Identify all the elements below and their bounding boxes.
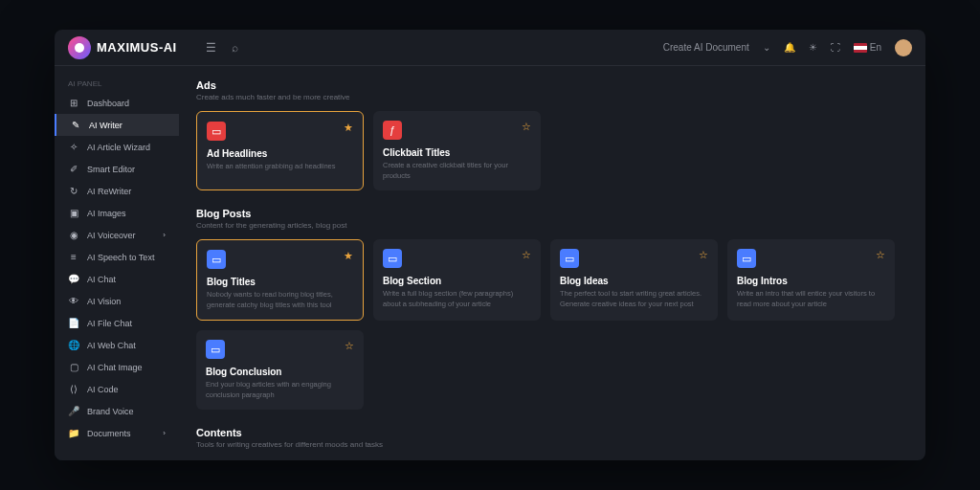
sidebar-item-documents[interactable]: 📁Documents›: [55, 422, 179, 444]
card-title: Blog Ideas: [560, 276, 708, 286]
section-title: Contents: [196, 427, 908, 438]
sidebar-item-ai-voiceover[interactable]: ◉AI Voiceover›: [55, 224, 179, 246]
card-blog-conclusion[interactable]: ▭ Blog Conclusion End your blog articles…: [196, 330, 364, 410]
sidebar-item-label: Smart Editor: [87, 165, 135, 174]
card-icon: ▭: [737, 249, 756, 268]
card-title: Blog Conclusion: [206, 367, 354, 377]
content: Ads Create ads much faster and be more c…: [179, 66, 925, 460]
sidebar-item-ai-images[interactable]: ▣AI Images: [55, 202, 179, 224]
card-icon: ▭: [207, 250, 226, 269]
card-icon: ▭: [206, 340, 225, 359]
menu-toggle-icon[interactable]: ☰: [206, 41, 216, 55]
header: MAXIMUS-AI ☰ ⌕ Create AI Document ⌄ 🔔 ☀ …: [55, 30, 925, 66]
chevron-down-icon[interactable]: ⌄: [763, 42, 770, 53]
flag-icon: [854, 43, 867, 53]
app-window: MAXIMUS-AI ☰ ⌕ Create AI Document ⌄ 🔔 ☀ …: [55, 30, 925, 460]
sidebar-item-label: AI Vision: [87, 297, 121, 306]
sidebar-item-ai-vision[interactable]: 👁AI Vision: [55, 290, 179, 312]
chevron-right-icon: ›: [163, 429, 166, 437]
sidebar-icon: ✧: [68, 142, 79, 152]
card-blog-intros[interactable]: ▭ Blog Intros Write an intro that will e…: [727, 239, 895, 321]
card-clickbait-titles[interactable]: ƒ Clickbait Titles Create a creative cli…: [373, 111, 541, 190]
sidebar-item-ai-article-wizard[interactable]: ✧AI Article Wizard: [55, 136, 179, 158]
card-blog-section[interactable]: ▭ Blog Section Write a full blog section…: [373, 239, 541, 321]
star-icon[interactable]: [522, 249, 531, 261]
header-right: Create AI Document ⌄ 🔔 ☀ ⛶ En: [663, 39, 912, 56]
sidebar-icon: ▢: [68, 362, 79, 372]
bell-icon[interactable]: 🔔: [784, 42, 795, 53]
sidebar-item-dashboard[interactable]: ⊞Dashboard: [55, 92, 179, 114]
sidebar-item-ai-chat[interactable]: 💬AI Chat: [55, 268, 179, 290]
logo[interactable]: MAXIMUS-AI: [68, 36, 177, 59]
fullscreen-icon[interactable]: ⛶: [831, 42, 840, 53]
sidebar-item-ai-code[interactable]: ⟨⟩AI Code: [55, 378, 179, 400]
avatar[interactable]: [895, 39, 912, 56]
sidebar-item-ai-chat-image[interactable]: ▢AI Chat Image: [55, 356, 179, 378]
card-title: Blog Intros: [737, 276, 885, 286]
section-ads: Ads Create ads much faster and be more c…: [196, 79, 908, 190]
card-icon: ƒ: [383, 121, 402, 140]
card-blog-ideas[interactable]: ▭ Blog Ideas The perfect tool to start w…: [550, 239, 718, 321]
card-desc: End your blog articles with an engaging …: [206, 380, 354, 400]
star-icon[interactable]: [345, 340, 354, 352]
body: AI Panel ⊞Dashboard✎AI Writer✧AI Article…: [55, 66, 925, 460]
card-desc: Create a creative clickbait titles for y…: [383, 161, 531, 181]
sidebar-icon: ✎: [70, 120, 81, 130]
card-ad-headlines[interactable]: ▭ Ad Headlines Write an attention grabbi…: [196, 111, 364, 190]
card-title: Clickbait Titles: [383, 147, 531, 158]
sidebar-item-ai-rewriter[interactable]: ↻AI ReWriter: [55, 180, 179, 202]
theme-icon[interactable]: ☀: [809, 42, 817, 53]
card-title: Ad Headlines: [207, 148, 353, 159]
star-icon[interactable]: [699, 249, 708, 261]
sidebar-item-label: AI Voiceover: [87, 231, 136, 240]
sidebar-section-label: AI Panel: [55, 76, 179, 92]
sidebar-item-smart-editor[interactable]: ✐Smart Editor: [55, 158, 179, 180]
sidebar-item-ai-speech-to-text[interactable]: ≡AI Speech to Text: [55, 246, 179, 268]
sidebar-icon: 🌐: [68, 340, 79, 350]
create-document-button[interactable]: Create AI Document: [663, 42, 749, 53]
sidebar-item-label: Documents: [87, 429, 131, 438]
cards-row: ▭ Ad Headlines Write an attention grabbi…: [196, 111, 908, 190]
section-title: Blog Posts: [196, 208, 908, 219]
logo-text: MAXIMUS-AI: [97, 40, 177, 55]
sidebar-icon: ▣: [68, 208, 79, 218]
sidebar-icon: 📁: [68, 428, 79, 438]
sidebar-item-label: AI Writer: [89, 121, 122, 130]
card-title: Blog Titles: [207, 277, 353, 287]
sidebar-item-label: AI Images: [87, 209, 126, 218]
section-desc: Tools for writing creatives for differen…: [196, 440, 908, 449]
sidebar-item-ai-writer[interactable]: ✎AI Writer: [55, 114, 179, 136]
sidebar-icon: ↻: [68, 186, 79, 196]
card-desc: Write a full blog section (few paragraph…: [383, 289, 531, 309]
card-icon: ▭: [383, 249, 402, 268]
card-desc: The perfect tool to start writing great …: [560, 289, 708, 309]
star-icon[interactable]: [876, 249, 885, 261]
cards-row: ▭ Blog Titles Nobody wants to read borin…: [196, 239, 908, 410]
sidebar-icon: 🎤: [68, 406, 79, 416]
sidebar-item-brand-voice[interactable]: 🎤Brand Voice: [55, 400, 179, 422]
sidebar-icon: ✐: [68, 164, 79, 174]
card-icon: ▭: [560, 249, 579, 268]
card-blog-titles[interactable]: ▭ Blog Titles Nobody wants to read borin…: [196, 239, 364, 321]
logo-icon: [68, 36, 91, 59]
language-label: En: [870, 42, 881, 53]
sidebar-icon: ◉: [68, 230, 79, 240]
language-selector[interactable]: En: [854, 42, 881, 53]
card-icon: ▭: [207, 122, 226, 141]
card-title: Blog Section: [383, 276, 531, 286]
sidebar: AI Panel ⊞Dashboard✎AI Writer✧AI Article…: [55, 66, 179, 460]
star-icon[interactable]: [344, 122, 353, 134]
sidebar-item-ai-web-chat[interactable]: 🌐AI Web Chat: [55, 334, 179, 356]
star-icon[interactable]: [522, 121, 531, 133]
sidebar-item-label: Dashboard: [87, 99, 129, 108]
search-icon[interactable]: ⌕: [232, 41, 238, 55]
sidebar-item-label: AI Web Chat: [87, 341, 136, 350]
star-icon[interactable]: [344, 250, 353, 262]
section-desc: Create ads much faster and be more creat…: [196, 93, 908, 101]
sidebar-icon: ⟨⟩: [68, 384, 79, 394]
sidebar-icon: 💬: [68, 274, 79, 284]
sidebar-item-label: AI Chat Image: [87, 363, 143, 372]
header-toolbar-left: ☰ ⌕: [206, 41, 238, 55]
sidebar-item-label: AI Code: [87, 385, 119, 394]
sidebar-item-ai-file-chat[interactable]: 📄AI File Chat: [55, 312, 179, 334]
